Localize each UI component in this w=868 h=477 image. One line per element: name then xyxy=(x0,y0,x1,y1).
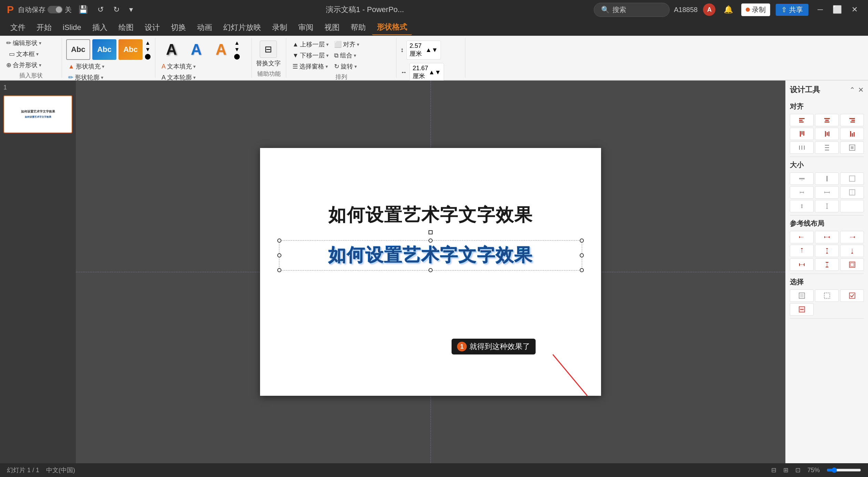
zoom-slider[interactable] xyxy=(827,467,861,473)
move-down-button[interactable]: ▼ 下移一层 ▾ xyxy=(290,50,331,61)
align-button[interactable]: ⬜ 对齐 ▾ xyxy=(332,39,361,50)
handle-bottom-center[interactable] xyxy=(428,268,433,272)
size-increase-height[interactable] xyxy=(815,200,839,212)
menu-transition[interactable]: 切换 xyxy=(166,20,191,35)
save-button[interactable]: 💾 xyxy=(76,4,91,15)
select-btn-2[interactable] xyxy=(815,289,839,302)
handle-bottom-right[interactable] xyxy=(580,268,584,272)
menu-design[interactable]: 设计 xyxy=(140,20,165,35)
menu-file[interactable]: 文件 xyxy=(6,20,30,35)
handle-top-center[interactable] xyxy=(428,238,433,243)
align-center-h-button[interactable] xyxy=(815,114,839,126)
art-style-orange[interactable]: A xyxy=(209,39,233,60)
menu-record[interactable]: 录制 xyxy=(267,20,292,35)
align-right-button[interactable] xyxy=(840,114,864,126)
size-lock-ratio[interactable] xyxy=(840,186,864,199)
align-top-button[interactable] xyxy=(790,128,814,140)
size-increase-width[interactable] xyxy=(815,186,839,199)
menu-help[interactable]: 帮助 xyxy=(346,20,371,35)
width-input[interactable]: 21.67 厘米 ▲▼ xyxy=(410,63,444,82)
ref-stretch-v-button[interactable] xyxy=(815,258,839,271)
shape-style-white[interactable]: Abc xyxy=(66,39,90,60)
distribute-h-button[interactable] xyxy=(790,141,814,154)
menu-slideshow[interactable]: 幻灯片放映 xyxy=(218,20,266,35)
size-equal-width[interactable]: ↔ xyxy=(790,172,814,185)
redo-button[interactable]: ↻ xyxy=(111,4,122,15)
view-normal-button[interactable]: ⊟ xyxy=(771,466,776,474)
handle-mid-right[interactable] xyxy=(580,253,584,257)
handle-mid-left[interactable] xyxy=(277,253,281,257)
move-up-button[interactable]: ▲ 上移一层 ▾ xyxy=(290,39,331,50)
select-btn-1[interactable] xyxy=(790,289,814,302)
art-style-black[interactable]: A xyxy=(159,39,184,60)
art-styles-expand[interactable]: ⬤ xyxy=(234,53,240,60)
ref-left-button[interactable] xyxy=(790,231,814,243)
view-reading-button[interactable]: ⊡ xyxy=(795,466,800,474)
ref-bottom-button[interactable] xyxy=(840,245,864,257)
ref-stretch-h-button[interactable] xyxy=(790,258,814,271)
shape-styles-scroll-up[interactable]: ▲ xyxy=(145,40,151,46)
shape-style-blue[interactable]: Abc xyxy=(92,39,116,60)
shape-style-orange[interactable]: Abc xyxy=(118,39,143,60)
textbox-button[interactable]: ▭ 文本框 ▾ xyxy=(7,49,41,59)
slide-thumbnail-1[interactable]: 如何设置艺术字文字效果 如何设置艺术字文字效果 xyxy=(3,95,72,133)
handle-top-right[interactable] xyxy=(580,238,584,243)
art-styles-scroll-down[interactable]: ▼ xyxy=(234,46,240,53)
art-style-blue[interactable]: A xyxy=(184,39,208,60)
ref-center-button[interactable] xyxy=(815,231,839,243)
art-text-content[interactable]: 如何设置艺术字文字效果 xyxy=(282,243,579,267)
share-button[interactable]: ⇧ 共享 xyxy=(776,4,808,16)
height-input[interactable]: 2.57 厘米 ▲▼ xyxy=(406,41,441,60)
undo-button[interactable]: ↺ xyxy=(95,4,106,15)
shape-styles-expand[interactable]: ⬤ xyxy=(145,53,151,60)
align-slide-button[interactable] xyxy=(840,141,864,154)
canvas-area[interactable]: 如何设置艺术字文字效果 如何设置艺术字文字效果 xyxy=(76,81,785,463)
selection-pane-button[interactable]: ☰ 选择窗格 ▾ xyxy=(290,61,331,72)
menu-start[interactable]: 开始 xyxy=(32,20,56,35)
notification-button[interactable]: 🔔 xyxy=(721,4,736,15)
shape-fill-button[interactable]: ▲ 形状填充 ▾ xyxy=(66,61,106,72)
size-equal-both[interactable] xyxy=(840,172,864,185)
restore-button[interactable]: ⬜ xyxy=(829,4,845,15)
menu-animation[interactable]: 动画 xyxy=(192,20,217,35)
art-text-container[interactable]: 如何设置艺术字文字效果 xyxy=(279,240,582,271)
panel-collapse-button[interactable]: ⌃ xyxy=(849,86,855,94)
align-middle-v-button[interactable] xyxy=(815,128,839,140)
handle-bottom-left[interactable] xyxy=(277,268,281,272)
text-fill-button[interactable]: A 文本填充 ▾ xyxy=(159,61,198,72)
ref-middle-button[interactable] xyxy=(815,245,839,257)
user-avatar[interactable]: A xyxy=(703,3,715,16)
ref-right-button[interactable] xyxy=(840,231,864,243)
select-btn-3[interactable] xyxy=(840,289,864,302)
close-button[interactable]: ✕ xyxy=(848,4,861,15)
group-button[interactable]: ⧉ 组合 ▾ xyxy=(332,50,361,61)
rotate-button[interactable]: ↻ 旋转 ▾ xyxy=(332,61,361,72)
menu-islide[interactable]: iSlide xyxy=(58,21,86,34)
slide-title-unselected[interactable]: 如何设置艺术字文字效果 xyxy=(281,203,580,227)
menu-insert[interactable]: 插入 xyxy=(87,20,112,35)
size-equal-height[interactable] xyxy=(815,172,839,185)
rotate-handle[interactable] xyxy=(428,230,433,234)
panel-close-button[interactable]: ✕ xyxy=(858,86,864,94)
select-btn-4[interactable] xyxy=(790,303,814,316)
menu-view[interactable]: 视图 xyxy=(320,20,344,35)
handle-top-left[interactable] xyxy=(277,238,281,243)
menu-draw[interactable]: 绘图 xyxy=(114,20,138,35)
merge-shapes-button[interactable]: ⊕ 合并形状 ▾ xyxy=(4,60,43,70)
menu-review[interactable]: 审阅 xyxy=(293,20,318,35)
ref-top-button[interactable] xyxy=(790,245,814,257)
art-styles-scroll-up[interactable]: ▲ xyxy=(234,40,240,46)
autosave-toggle[interactable] xyxy=(48,6,63,13)
minimize-button[interactable]: ─ xyxy=(814,4,826,15)
search-box[interactable]: 🔍 搜索 xyxy=(594,3,670,17)
align-left-button[interactable] xyxy=(790,114,814,126)
size-decrease-width[interactable] xyxy=(790,186,814,199)
record-button[interactable]: 录制 xyxy=(741,3,770,16)
ref-full-button[interactable] xyxy=(840,258,864,271)
shape-styles-scroll-down[interactable]: ▼ xyxy=(145,46,151,53)
customize-button[interactable]: ▾ xyxy=(126,4,136,15)
view-slide-sorter-button[interactable]: ⊞ xyxy=(783,466,788,474)
edit-shape-button[interactable]: ✏ 编辑形状 ▾ xyxy=(4,38,43,48)
size-decrease-height[interactable] xyxy=(790,200,814,212)
align-bottom-button[interactable] xyxy=(840,128,864,140)
